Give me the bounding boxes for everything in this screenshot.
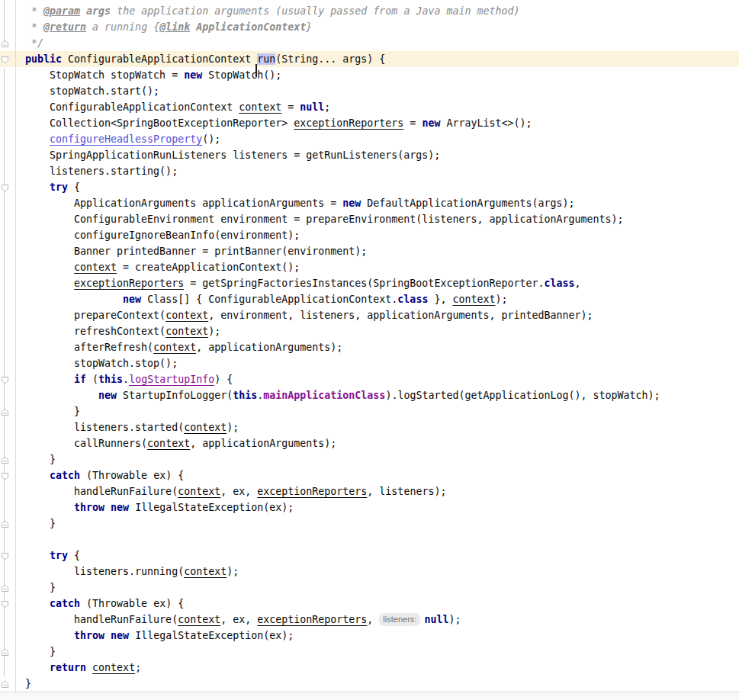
code-token: , ex, — [220, 614, 257, 625]
fold-marker-down-icon[interactable] — [1, 551, 9, 560]
code-token: context — [184, 566, 227, 577]
code-line-14[interactable]: configureIgnoreBeanInfo(environment); — [0, 227, 739, 243]
code-line-21[interactable]: afterRefresh(context, applicationArgumen… — [0, 339, 739, 355]
code-line-11[interactable]: try { — [0, 179, 739, 195]
code-token: ConfigurableApplicationContext — [25, 101, 239, 113]
code-token: catch — [50, 598, 80, 609]
code-token — [80, 5, 86, 17]
code-token: new — [98, 390, 117, 401]
fold-marker-up-icon[interactable] — [1, 407, 9, 416]
code-token — [25, 278, 74, 289]
code-line-40[interactable]: } — [0, 644, 739, 660]
fold-marker-up-icon[interactable] — [1, 519, 9, 528]
code-line-7[interactable]: Collection<SpringBootExceptionReporter> … — [0, 115, 739, 131]
fold-marker-up-icon[interactable] — [1, 455, 9, 464]
fold-marker-down-icon[interactable] — [1, 55, 9, 63]
code-line-29[interactable]: catch (Throwable ex) { — [0, 467, 739, 483]
code-line-6[interactable]: ConfigurableApplicationContext context =… — [0, 99, 739, 115]
fold-marker-down-icon[interactable] — [1, 471, 9, 480]
code-token — [25, 390, 98, 401]
code-area[interactable]: * @param args the application arguments … — [0, 0, 739, 692]
code-token: (String... args) { — [275, 53, 385, 65]
code-line-38[interactable]: handleRunFailure(context, ex, exceptionR… — [0, 612, 739, 628]
code-token: refreshContext( — [25, 326, 165, 337]
code-line-8[interactable]: configureHeadlessProperty(); — [0, 131, 739, 147]
code-token: ).logStarted(getApplicationLog(), stopWa… — [385, 390, 660, 401]
fold-marker-up-icon[interactable] — [1, 583, 9, 592]
code-token: stopWatch.start(); — [25, 85, 159, 97]
code-line-2[interactable]: */ — [0, 35, 739, 51]
fold-marker-down-icon[interactable] — [1, 183, 9, 191]
code-line-9[interactable]: SpringApplicationRunListeners listeners … — [0, 147, 739, 163]
code-line-39[interactable]: throw new IllegalStateException(ex); — [0, 628, 739, 644]
code-line-1[interactable]: * @return a running {@link ApplicationCo… — [0, 19, 739, 35]
code-token: class — [544, 278, 574, 289]
code-line-17[interactable]: exceptionReporters = getSpringFactoriesI… — [0, 275, 739, 291]
code-token: class — [397, 294, 428, 305]
code-token: } — [306, 21, 312, 33]
code-token: * — [25, 5, 43, 17]
code-token: configureIgnoreBeanInfo(environment); — [25, 230, 300, 241]
code-token: } — [25, 406, 80, 417]
code-line-19[interactable]: prepareContext(context, environment, lis… — [0, 307, 739, 323]
code-line-4[interactable]: StopWatch stopWatch = new StopWatch(); — [0, 67, 739, 83]
code-line-22[interactable]: stopWatch.stop(); — [0, 355, 739, 371]
code-token: ); — [208, 326, 220, 337]
code-token: } — [25, 678, 31, 689]
code-line-37[interactable]: catch (Throwable ex) { — [0, 596, 739, 612]
code-line-24[interactable]: new StartupInfoLogger(this.mainApplicati… — [0, 387, 739, 403]
code-token: */ — [25, 37, 43, 49]
code-line-34[interactable]: try { — [0, 547, 739, 564]
code-token: ConfigurableApplicationContext — [62, 53, 257, 65]
code-token: new — [111, 630, 129, 641]
fold-marker-up-icon[interactable] — [1, 679, 9, 688]
code-line-25[interactable]: } — [0, 403, 739, 419]
code-line-27[interactable]: callRunners(context, applicationArgument… — [0, 435, 739, 451]
code-line-23[interactable]: if (this.logStartupInfo) { — [0, 371, 739, 387]
code-line-16[interactable]: context = createApplicationContext(); — [0, 259, 739, 275]
code-line-13[interactable]: ConfigurableEnvironment environment = pr… — [0, 211, 739, 227]
code-token: = getSpringFactoriesInstances(SpringBoot… — [184, 278, 544, 289]
code-line-31[interactable]: throw new IllegalStateException(ex); — [0, 499, 739, 515]
code-line-18[interactable]: new Class[] { ConfigurableApplicationCon… — [0, 291, 739, 307]
code-token: context — [165, 310, 208, 321]
code-token: = createApplicationContext(); — [117, 262, 300, 273]
code-line-20[interactable]: refreshContext(context); — [0, 323, 739, 339]
code-line-10[interactable]: listeners.starting(); — [0, 163, 739, 179]
code-token: * — [25, 21, 43, 33]
code-line-32[interactable]: } — [0, 515, 739, 531]
code-line-36[interactable]: } — [0, 580, 739, 596]
code-line-0[interactable]: * @param args the application arguments … — [0, 3, 739, 19]
code-token: @link — [159, 21, 190, 33]
fold-marker-down-icon[interactable] — [1, 375, 9, 384]
fold-marker-down-icon[interactable] — [1, 599, 9, 608]
code-line-26[interactable]: listeners.started(context); — [0, 419, 739, 435]
code-token: context — [452, 294, 495, 305]
code-line-33[interactable] — [0, 531, 739, 547]
code-token: = — [403, 117, 422, 129]
code-token: prepareContext( — [25, 310, 165, 321]
code-line-3[interactable]: public ConfigurableApplicationContext ru… — [0, 51, 739, 67]
code-token: the application arguments (usually passe… — [111, 5, 519, 17]
code-token: { — [68, 181, 80, 193]
code-line-30[interactable]: handleRunFailure(context, ex, exceptionR… — [0, 483, 739, 499]
code-line-12[interactable]: ApplicationArguments applicationArgument… — [0, 195, 739, 211]
code-line-15[interactable]: Banner printedBanner = printBanner(envir… — [0, 243, 739, 259]
code-token: listeners.started( — [25, 422, 184, 433]
code-line-35[interactable]: listeners.running(context); — [0, 564, 739, 580]
code-token: ); — [448, 614, 461, 625]
code-line-41[interactable]: return context; — [0, 660, 739, 676]
fold-marker-up-icon[interactable] — [1, 39, 9, 47]
code-token: , applicationArguments); — [190, 438, 336, 449]
code-token: context — [153, 342, 196, 353]
fold-marker-up-icon[interactable] — [1, 647, 9, 656]
code-token — [25, 598, 50, 609]
code-token — [190, 21, 196, 33]
code-token: afterRefresh( — [25, 342, 153, 353]
code-line-42[interactable]: } — [0, 676, 739, 692]
code-token: @return — [43, 21, 86, 33]
code-line-5[interactable]: stopWatch.start(); — [0, 83, 739, 99]
code-token: ConfigurableEnvironment environment = pr… — [25, 214, 624, 225]
editor-bottom-strip — [0, 692, 739, 700]
code-line-28[interactable]: } — [0, 451, 739, 467]
